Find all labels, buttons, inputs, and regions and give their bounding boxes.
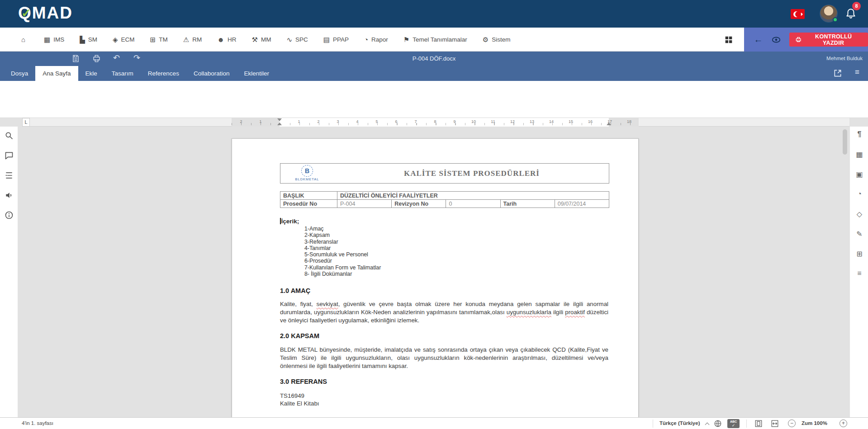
- first-line-indent-marker[interactable]: [277, 118, 282, 121]
- toc-item: 5-Sorumluluk ve Personel: [304, 251, 608, 258]
- qmad-logo: Q✓MAD: [18, 4, 73, 23]
- table-settings-icon[interactable]: ▦: [855, 150, 864, 160]
- meta-revizyon-no-value: 0: [446, 200, 500, 208]
- nav-item-sm[interactable]: ▙SM: [72, 28, 105, 52]
- warning-icon: ⚠: [183, 36, 189, 44]
- printer-icon: [795, 36, 802, 43]
- right-indent-marker[interactable]: [607, 123, 611, 125]
- nav-item-home[interactable]: ⌂: [14, 28, 36, 52]
- right-tool-panel: ¶ ▦ ▣ ◔ ◇ ✎ ⊞ ≡: [849, 127, 868, 417]
- document-header-table: B BLDKMETAL KALİTE SİSTEM PROSEDÜRLERİ: [280, 163, 609, 184]
- meta-prosedur-no-value: P-004: [337, 200, 392, 208]
- nav-item-temel-tanimlamalar[interactable]: ⚑Temel Tanımlamalar: [396, 28, 475, 52]
- nav-item-ims[interactable]: ▦IMS: [36, 28, 72, 52]
- tab-tasarim[interactable]: Tasarım: [104, 66, 141, 81]
- top-bar: Q✓MAD 8: [0, 0, 868, 28]
- textart-settings-icon[interactable]: ✎: [855, 230, 864, 240]
- document-header-title: KALİTE SİSTEM PROSEDÜRLERİ: [335, 169, 609, 178]
- nav-item-tm[interactable]: ⊞TM: [142, 28, 175, 52]
- chart-settings-icon[interactable]: ◔: [855, 190, 864, 200]
- zoom-in-button[interactable]: +: [840, 420, 847, 427]
- shape-settings-icon[interactable]: ◇: [855, 210, 864, 220]
- tab-ana-sayfa[interactable]: Ana Sayfa: [35, 66, 78, 81]
- toc-item: 1-Amaç: [304, 226, 608, 232]
- zoom-out-button[interactable]: −: [788, 420, 796, 427]
- set-language-globe-icon[interactable]: [714, 420, 722, 428]
- ruler-number: 1: [296, 119, 302, 124]
- home-icon: ⌂: [21, 36, 25, 43]
- factory-icon: ▙: [80, 36, 85, 44]
- notification-count-badge[interactable]: 8: [852, 2, 861, 10]
- nav-item-ppap[interactable]: ▤PPAP: [316, 28, 356, 52]
- ruler-number: 5: [374, 119, 379, 124]
- toc-item: 7-Kullanılan Form ve Talimatlar: [304, 264, 608, 271]
- flag-icon: ⚑: [403, 36, 409, 44]
- read-aloud-icon[interactable]: [5, 191, 14, 200]
- search-icon[interactable]: [5, 131, 14, 140]
- collapse-ribbon-icon[interactable]: ≡: [855, 68, 859, 77]
- chart-line-icon: ∿: [286, 36, 292, 44]
- toc-item: 4-Tanımlar: [304, 245, 608, 251]
- meta-document-title: DÜZELTİCİ ÖNLEYİCİ FAALİYETLER: [337, 192, 609, 200]
- ruler-number: 11: [490, 119, 496, 124]
- horizontal-ruler[interactable]: 2 1 1 2 3 4 5 6 7 8 9 10 11 12 13 14 15 …: [0, 118, 868, 127]
- nav-item-mm[interactable]: ⚒MM: [244, 28, 279, 52]
- open-location-icon[interactable]: [833, 69, 843, 79]
- ruler-number: 2: [316, 119, 321, 124]
- nav-item-sistem[interactable]: ⚙Sistem: [475, 28, 518, 52]
- navigation-headings-icon[interactable]: [5, 171, 14, 180]
- mailmerge-settings-icon[interactable]: ⊞: [855, 250, 864, 259]
- archive-icon: ▤: [323, 36, 330, 44]
- nav-item-hr[interactable]: ☻HR: [209, 28, 244, 52]
- logo-letter-q: Q✓: [18, 4, 32, 23]
- language-selector[interactable]: Türkçe (Türkiye): [659, 420, 700, 426]
- nav-item-ecm[interactable]: ◈ECM: [105, 28, 142, 52]
- grid-icon: ▦: [44, 36, 50, 44]
- controlled-print-button[interactable]: KONTROLLÜ YAZDIR: [789, 33, 868, 47]
- nav-item-rapor[interactable]: ◔Rapor: [356, 28, 396, 52]
- turkish-flag-icon[interactable]: [791, 9, 805, 19]
- left-indent-marker[interactable]: [277, 123, 282, 125]
- spell-check-toggle[interactable]: ABC ✓: [727, 419, 740, 428]
- section-body-kapsam: BLDK METAL bünyesinde, müşteride, imalat…: [280, 346, 608, 370]
- wrench-icon: ⚒: [251, 36, 257, 44]
- about-info-icon[interactable]: [5, 211, 14, 220]
- document-page[interactable]: B BLDKMETAL KALİTE SİSTEM PROSEDÜRLERİ B…: [232, 138, 639, 417]
- ruler-number: 13: [529, 119, 535, 124]
- paragraph-settings-icon[interactable]: ¶: [855, 130, 864, 140]
- ruler-number: 4: [355, 119, 360, 124]
- ribbon-tab-bar: Dosya Ana Sayfa Ekle Tasarım References …: [0, 66, 868, 81]
- back-arrow-icon[interactable]: ←: [752, 34, 764, 45]
- tab-dosya[interactable]: Dosya: [4, 66, 35, 81]
- signature-settings-icon[interactable]: ≡: [855, 269, 864, 279]
- comments-icon[interactable]: [5, 151, 14, 160]
- text-cursor: [280, 218, 281, 224]
- meta-tarih-value: 09/07/2014: [555, 200, 609, 208]
- document-canvas-area[interactable]: B BLDKMETAL KALİTE SİSTEM PROSEDÜRLERİ B…: [18, 127, 849, 417]
- tab-references[interactable]: References: [141, 66, 186, 81]
- ruler-number: 15: [568, 119, 574, 124]
- preview-eye-icon[interactable]: [771, 35, 782, 45]
- nav-item-rm[interactable]: ⚠RM: [175, 28, 209, 52]
- tab-ekle[interactable]: Ekle: [78, 66, 104, 81]
- tab-collaboration[interactable]: Collaboration: [186, 66, 237, 81]
- fit-width-icon[interactable]: [771, 420, 779, 428]
- vertical-scrollbar[interactable]: [843, 129, 847, 155]
- ruler-number: 12: [510, 119, 515, 124]
- apps-grid-icon[interactable]: [724, 35, 734, 45]
- document-title: P-004 DÖF.docx: [0, 55, 868, 62]
- nav-item-spc[interactable]: ∿SPC: [279, 28, 315, 52]
- online-status-dot: [833, 17, 838, 22]
- flag-star: [800, 12, 803, 15]
- meta-revizyon-no-label: Revizyon No: [392, 200, 446, 208]
- image-settings-icon[interactable]: ▣: [855, 170, 864, 180]
- user-avatar[interactable]: [820, 5, 838, 23]
- fit-page-icon[interactable]: [754, 420, 763, 428]
- tab-eklentiler[interactable]: Eklentiler: [237, 66, 276, 81]
- ruler-number: 9: [452, 119, 457, 124]
- toc-item: 3-Referanslar: [304, 239, 608, 245]
- ruler-number: 1: [258, 119, 263, 124]
- chevron-up-icon[interactable]: [705, 423, 710, 427]
- reference-line: Kalite El Kitabı: [280, 400, 608, 408]
- tab-stop-selector[interactable]: L: [22, 118, 30, 127]
